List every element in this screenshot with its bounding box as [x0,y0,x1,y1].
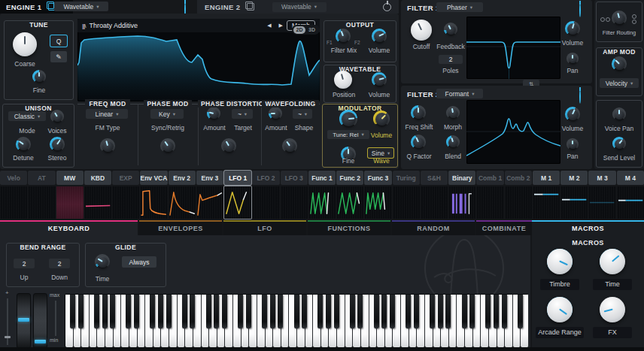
piano-key-black[interactable] [110,295,115,328]
tab-random[interactable]: RANDOM [392,220,475,235]
piano-key-black[interactable] [182,295,187,328]
mod-thumb-m-1[interactable] [533,186,560,219]
filter-mix-knob[interactable] [336,29,351,44]
pd-target-dropdown[interactable]: ~ [232,109,253,119]
bend-down-value[interactable]: 2 [49,259,70,268]
unison-mode-dropdown[interactable]: Classic [8,111,46,121]
piano-key-black[interactable] [166,295,172,328]
piano-key-black[interactable] [150,295,155,328]
voice-pan-knob[interactable] [612,107,626,121]
mod-thumb-comb-2[interactable] [505,186,532,219]
filter1-power-icon[interactable] [579,3,581,17]
piano-key-black[interactable] [317,295,323,328]
piano-key-black[interactable] [302,295,307,328]
macro-arcade-range-knob[interactable] [547,297,573,322]
piano-key-black[interactable] [462,295,467,328]
mod-source-m-1[interactable]: M 1 [533,171,560,185]
engine1-type-dropdown[interactable]: Wavetable [54,2,108,11]
piano-key-black[interactable] [94,295,99,328]
mod-source-env-2[interactable]: Env 2 [169,171,196,185]
filter1-volume-knob[interactable] [565,21,580,36]
mod-source-m-4[interactable]: M 4 [617,171,644,185]
filter-routing-knob[interactable] [612,11,627,26]
piano-key-black[interactable] [350,295,355,328]
mod-source-func-3[interactable]: Func 3 [364,171,391,185]
mod-thumb-velo[interactable] [0,186,27,219]
freq-shift-knob[interactable] [411,105,426,120]
mod-thumb-at[interactable] [28,186,55,219]
mod-source-mw[interactable]: MW [56,171,84,185]
filter1-pan-knob[interactable] [567,53,579,65]
engine2-copy-icon[interactable] [247,3,254,11]
wavetable-name[interactable]: Throaty Additive [89,22,138,29]
piano-key-black[interactable] [278,295,283,328]
fm-amount-knob[interactable] [100,138,115,153]
wheel-range-fader[interactable] [55,301,56,336]
wf-shape-dropdown[interactable]: ~ [293,109,312,119]
detune-knob[interactable] [16,137,31,152]
pitch-bend-wheel[interactable] [17,293,31,349]
mod-thumb-exp[interactable] [112,186,139,219]
glide-mode-button[interactable]: Always [122,256,156,268]
mod-source-lfo-2[interactable]: LFO 2 [252,171,279,185]
piano-key-black[interactable] [190,295,195,328]
mod-thumb-comb-1[interactable] [476,186,503,219]
mod-source-func-1[interactable]: Func 1 [308,171,336,185]
piano-key-black[interactable] [374,295,379,328]
send-level-knob[interactable] [612,137,626,150]
piano-key-black[interactable] [390,295,395,328]
piano-key-black[interactable] [262,295,267,328]
piano-key-black[interactable] [469,295,475,328]
piano-key-black[interactable] [222,295,227,328]
piano-key-black[interactable] [494,295,499,328]
mod-thumb-m-3[interactable] [588,186,615,219]
tab-combinate[interactable]: COMBINATE [476,220,532,235]
tab-macros[interactable]: MACROS [532,220,644,235]
piano-key-black[interactable] [206,295,211,328]
filter1-type-dropdown[interactable]: Phaser [436,2,483,12]
mod-thumb-m-2[interactable] [560,186,588,219]
piano-key-black[interactable] [158,295,163,328]
mod-thumb-lfo-3[interactable] [281,186,308,219]
piano-key-black[interactable] [381,295,387,328]
piano-key-black[interactable] [246,295,251,328]
piano-key-black[interactable] [214,295,219,328]
piano-key-black[interactable] [238,295,243,328]
blend-knob[interactable] [446,135,460,149]
mod-thumb-env-2[interactable] [169,186,196,219]
piano-key-black[interactable] [485,295,491,328]
fine-knob[interactable] [32,70,46,83]
mod-volume-knob[interactable] [373,110,390,127]
mod-source-comb-1[interactable]: Comb 1 [476,171,503,185]
pitch-trim-handle[interactable] [5,336,11,338]
tab-lfo[interactable]: LFO [223,220,306,235]
mod-source-env-3[interactable]: Env 3 [196,171,223,185]
mod-source-s-h[interactable]: S&H [421,171,448,185]
stereo-knob[interactable] [50,137,65,152]
engine2-tab[interactable]: ENGINE 2 Wavetable [197,0,399,14]
engine2-power-icon[interactable] [383,3,391,11]
mod-source-lfo-3[interactable]: LFO 3 [281,171,308,185]
mod-thumb-func-1[interactable] [308,186,336,219]
bend-up-value[interactable]: 2 [14,259,35,268]
piano-key-black[interactable] [70,295,75,328]
piano-key-black[interactable] [134,295,139,328]
piano-key-black[interactable] [357,295,363,328]
next-wavetable-button[interactable]: ▶ [275,23,287,29]
piano-key-black[interactable] [102,295,108,328]
cutoff-knob[interactable] [411,20,432,41]
voices-knob[interactable] [50,110,64,123]
phase-mod-knob[interactable] [160,138,175,153]
fm-type-dropdown[interactable]: Linear [86,109,128,119]
wt-volume-knob[interactable] [372,72,387,87]
piano-key-black[interactable] [270,295,275,328]
filter2-pan-knob[interactable] [567,138,579,150]
mod-source-turing[interactable]: Turing [393,171,420,185]
pd-amount-knob[interactable] [207,107,220,120]
macro-time-knob[interactable] [600,249,625,274]
mod-thumb-func-2[interactable] [336,186,363,219]
mod-tune-dropdown[interactable]: Tune: Rel [327,130,369,139]
poles-value[interactable]: 2 [439,55,463,64]
mod-source-env-vca[interactable]: Env VCA [140,171,167,185]
piano-keyboard[interactable] [65,294,528,348]
